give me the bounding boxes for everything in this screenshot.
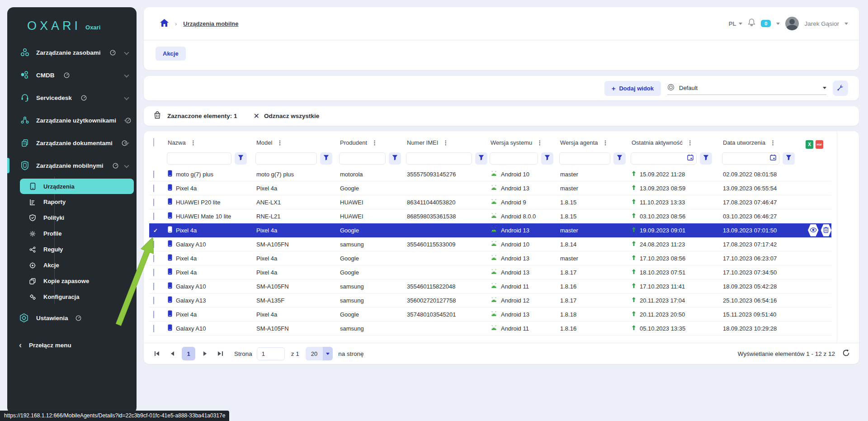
device-name: Galaxy A10	[176, 325, 206, 332]
column-menu-icon[interactable]: ⋮	[687, 139, 693, 146]
filter-button-1[interactable]	[320, 152, 332, 165]
sidebar-item-2[interactable]: Servicedesk	[7, 86, 137, 109]
page-size-select[interactable]: 20	[306, 347, 333, 360]
language-selector[interactable]: PL	[729, 20, 743, 27]
table-row[interactable]: Pixel 4aPixel 4aGoogleAndroid 13master17…	[149, 251, 831, 265]
filter-input-7[interactable]	[725, 155, 770, 161]
sidebar-subitem-reports[interactable]: Raporty	[20, 194, 134, 210]
filter-input-1[interactable]	[259, 155, 314, 161]
sidebar-subitem-config[interactable]: Konfiguracja	[20, 289, 134, 305]
table-row[interactable]: Galaxy A10SM-A105FNsamsung35546011582204…	[149, 279, 831, 293]
refresh-icon[interactable]	[842, 349, 850, 359]
user-avatar[interactable]	[785, 17, 799, 30]
row-checkbox[interactable]	[153, 170, 154, 178]
notification-count-badge[interactable]: 0	[761, 20, 771, 27]
filter-button-4[interactable]	[541, 152, 553, 165]
row-checkbox[interactable]	[153, 269, 154, 276]
sidebar-subitem-profiles[interactable]: Profile	[20, 226, 134, 241]
page-input[interactable]	[257, 347, 285, 360]
last-activity: 13.09.2023 08:59	[640, 185, 685, 192]
row-view-button[interactable]	[808, 224, 819, 237]
table-row[interactable]: Galaxy A13SM-A135Fsamsung356002720127758…	[149, 293, 831, 307]
row-checked-icon[interactable]: ✓	[153, 227, 158, 234]
notification-bell-icon[interactable]	[748, 19, 755, 28]
gauge-icon	[113, 163, 118, 169]
sidebar-item-1[interactable]: CMDB	[7, 64, 137, 86]
sidebar-subitem-actions[interactable]: Akcje	[20, 257, 134, 273]
page-number-button[interactable]: 1	[182, 347, 195, 360]
view-settings-button[interactable]	[833, 80, 848, 96]
sidebar-subitem-backups[interactable]: Kopie zapasowe	[20, 273, 134, 289]
filter-button-5[interactable]	[613, 152, 626, 165]
actions-button[interactable]: Akcje	[156, 47, 186, 61]
column-menu-icon[interactable]: ⋮	[537, 139, 542, 146]
deselect-all-button[interactable]: ✕ Odznacz wszystkie	[254, 112, 320, 120]
row-checkbox[interactable]	[153, 255, 154, 262]
sidebar-subitem-rules[interactable]: Reguły	[20, 241, 134, 257]
column-menu-icon[interactable]: ⋮	[770, 139, 776, 146]
notification-chevron-icon[interactable]	[776, 23, 780, 25]
row-checkbox[interactable]	[153, 241, 154, 248]
close-icon: ✕	[254, 112, 259, 120]
chevron-left-icon: ‹	[19, 341, 22, 350]
row-checkbox[interactable]	[153, 297, 154, 304]
prev-page-button[interactable]	[166, 348, 178, 360]
home-icon[interactable]	[160, 19, 169, 28]
export-excel-icon[interactable]: X	[806, 140, 813, 149]
cell-text: HUAWEI	[340, 213, 363, 220]
table-row[interactable]: moto g(7) plusmoto g(7) plusmotorola3555…	[149, 167, 831, 181]
table-row[interactable]: ✓Pixel 4aPixel 4aGoogleAndroid 13master1…	[149, 223, 831, 237]
export-pdf-icon[interactable]: PDF	[816, 140, 823, 149]
sidebar-item-5[interactable]: Zarządzanie mobilnymi	[7, 154, 137, 177]
filter-button-2[interactable]	[389, 152, 401, 165]
export-buttons: X PDF	[806, 140, 823, 149]
add-view-button[interactable]: +Dodaj widok	[604, 81, 661, 96]
filter-input-6[interactable]	[634, 155, 687, 161]
sidebar-item-3[interactable]: Zarządzanie użytkownikami	[7, 109, 137, 132]
first-page-button[interactable]	[151, 348, 163, 360]
filter-button-3[interactable]	[475, 152, 487, 165]
last-page-button[interactable]	[214, 348, 226, 360]
row-checkbox[interactable]	[153, 213, 154, 220]
row-delete-button[interactable]	[821, 224, 832, 237]
sidebar-item-4[interactable]: Zarządzanie dokumentami	[7, 132, 137, 154]
table-row[interactable]: Pixel 4aPixel 4aGoogle357480103545201And…	[149, 307, 831, 322]
filter-input-5[interactable]	[562, 155, 607, 161]
column-menu-icon[interactable]: ⋮	[372, 139, 377, 146]
user-menu-chevron-icon[interactable]	[844, 23, 848, 25]
column-menu-icon[interactable]: ⋮	[277, 139, 283, 146]
sidebar-item-0[interactable]: Zarządzanie zasobami	[7, 41, 137, 64]
filter-input-2[interactable]	[342, 155, 382, 161]
row-checkbox[interactable]	[153, 184, 154, 192]
table-row[interactable]: HUAWEI P20 liteANE-LX1HUAWEI863411044053…	[149, 195, 831, 209]
column-menu-icon[interactable]: ⋮	[603, 139, 609, 146]
filter-button-0[interactable]	[235, 152, 247, 165]
table-row[interactable]: HUAWEI Mate 10 liteRNE-L21HUAWEI86859803…	[149, 209, 831, 223]
column-menu-icon[interactable]: ⋮	[443, 139, 448, 146]
filter-button-6[interactable]	[700, 152, 712, 165]
table-row[interactable]: Pixel 4aPixel 4aGoogleAndroid 13master13…	[149, 181, 831, 195]
row-checkbox[interactable]	[153, 199, 154, 206]
os-version: Android 13	[501, 311, 529, 318]
table-row[interactable]: Pixel 4aPixel 4aGoogleAndroid 131.8.1718…	[149, 265, 831, 279]
select-all-checkbox[interactable]	[153, 138, 154, 147]
sidebar-item-settings[interactable]: Ustawienia	[7, 307, 137, 328]
filter-input-3[interactable]	[409, 155, 469, 161]
table-row[interactable]: Galaxy A10SM-A105FNsamsung35546011553300…	[149, 237, 831, 251]
column-menu-icon[interactable]: ⋮	[190, 139, 196, 146]
filter-input-4[interactable]	[493, 155, 535, 161]
sidebar-subitem-policies[interactable]: Polityki	[20, 210, 134, 226]
sidebar-subitem-device[interactable]: Urządzenia	[20, 179, 134, 194]
row-checkbox[interactable]	[153, 325, 154, 332]
row-checkbox[interactable]	[153, 311, 154, 318]
filter-button-7[interactable]	[783, 152, 795, 165]
phone-icon	[168, 268, 172, 276]
user-name[interactable]: Jarek Gąsior	[804, 20, 839, 27]
view-select[interactable]: Default	[667, 81, 826, 95]
next-page-button[interactable]	[199, 348, 211, 360]
table-row[interactable]: Galaxy A10SM-A105FNsamsungAndroid 111.8.…	[149, 322, 831, 336]
row-checkbox[interactable]	[153, 283, 154, 290]
filter-input-0[interactable]	[170, 155, 228, 161]
breadcrumb-link-mobile-devices[interactable]: Urządzenia mobilne	[183, 20, 238, 27]
sidebar-item-toggle-menu[interactable]: ‹ Przełącz menu	[7, 335, 137, 355]
